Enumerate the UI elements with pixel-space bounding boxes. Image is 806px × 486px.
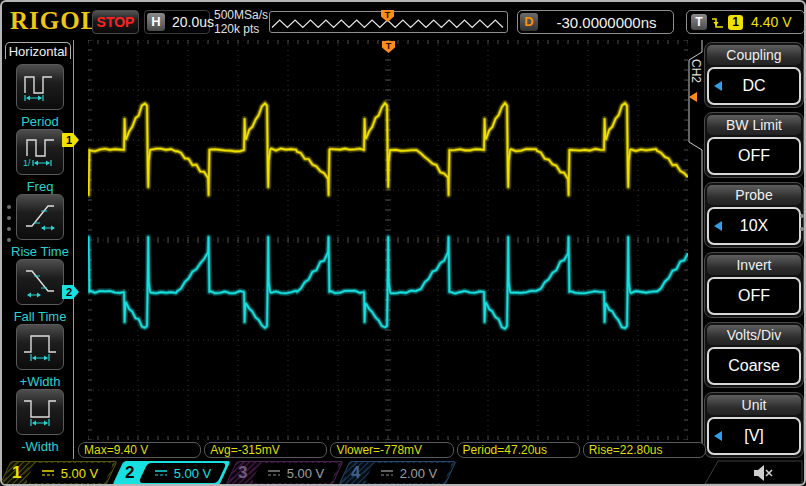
run-stop-status[interactable]: STOP: [92, 10, 139, 34]
blue-arrow-icon: [714, 221, 722, 231]
channel3-status[interactable]: 3 5.00 V: [231, 461, 338, 485]
trigger-level-value: 4.40 V: [751, 14, 791, 30]
oscilloscope-screen: RIGOL STOP H 20.0us 500MSa/s 120k pts T …: [0, 0, 806, 486]
menu-channel-tab: CH2: [689, 59, 703, 109]
waveform-display: [88, 40, 688, 440]
trigger-source-badge: 1: [728, 15, 743, 30]
measure-label-fall-time: Fall Time: [4, 309, 76, 324]
dc-coupling-icon: [267, 468, 281, 478]
menu-item-volts-div[interactable]: Volts/Div Coarse: [704, 322, 804, 388]
measurement-vlower: Vlower=-778mV: [330, 442, 453, 458]
ch2-ground-marker[interactable]: 2: [62, 285, 79, 299]
measure-label-pos-width: +Width: [4, 374, 76, 389]
measure-button-rise-time[interactable]: [16, 194, 64, 240]
measurement-max: Max=9.40 V: [78, 442, 201, 458]
measurement-results-bar: Max=9.40 V Avg=-315mV Vlower=-778mV Peri…: [78, 442, 706, 458]
menu-item-coupling[interactable]: Coupling DC: [704, 42, 804, 108]
measure-sidebar: Period 1/ Freq Rise Time: [4, 40, 74, 460]
menu-item-invert[interactable]: Invert OFF: [704, 252, 804, 318]
channel4-status[interactable]: 4 2.00 V: [344, 461, 451, 485]
measurement-period: Period=47.20us: [457, 442, 580, 458]
horizontal-timebase-block[interactable]: H 20.0us: [144, 10, 210, 34]
menu-item-unit[interactable]: Unit [V]: [704, 392, 804, 458]
menu-item-bw-limit[interactable]: BW Limit OFF: [704, 112, 804, 178]
channel-menu: Coupling DC BW Limit OFF Probe 10X Inver…: [704, 42, 804, 458]
blue-arrow-icon: [714, 431, 722, 441]
fall-time-icon: [22, 265, 58, 299]
menu-page-dots: [800, 205, 804, 240]
delay-value: -30.0000000ns: [540, 14, 673, 31]
period-icon: [22, 70, 58, 104]
h-badge: H: [147, 13, 165, 31]
svg-text:1/: 1/: [23, 158, 31, 168]
measure-button-period[interactable]: [16, 64, 64, 110]
sidebar-page-dots: [7, 198, 11, 249]
timebase-value: 20.0us: [172, 14, 214, 30]
memory-depth: 120k pts: [214, 22, 268, 36]
channel1-status[interactable]: 1 5.00 V: [5, 461, 112, 485]
measure-button-pos-width[interactable]: [16, 324, 64, 370]
delay-block[interactable]: D -30.0000000ns: [517, 10, 674, 34]
rigol-logo: RIGOL: [10, 7, 98, 35]
sound-status[interactable]: [702, 460, 804, 486]
measure-button-freq[interactable]: 1/: [16, 129, 64, 175]
rise-time-icon: [22, 200, 58, 234]
channel2-status[interactable]: 2 5.00 V: [118, 461, 225, 485]
t-badge: T: [691, 14, 707, 30]
blue-arrow-icon: [714, 81, 722, 91]
measure-label-rise-time: Rise Time: [4, 244, 76, 259]
freq-icon: 1/: [22, 135, 58, 169]
measurement-rise: Rise=22.80us: [583, 442, 706, 458]
measure-label-period: Period: [4, 114, 76, 129]
pos-width-icon: [22, 330, 58, 364]
dc-coupling-icon: [380, 468, 394, 478]
measure-button-fall-time[interactable]: [16, 259, 64, 305]
neg-width-icon: [22, 395, 58, 429]
trigger-block[interactable]: T 1 4.40 V: [686, 10, 805, 34]
ch1-ground-marker[interactable]: 1: [62, 133, 79, 147]
menu-item-probe[interactable]: Probe 10X: [704, 182, 804, 248]
acquisition-info: 500MSa/s 120k pts: [214, 8, 268, 36]
measurement-avg: Avg=-315mV: [204, 442, 327, 458]
d-badge: D: [520, 13, 538, 31]
measure-label-freq: Freq: [4, 179, 76, 194]
sample-rate: 500MSa/s: [214, 8, 268, 22]
measure-button-neg-width[interactable]: [16, 389, 64, 435]
speaker-muted-icon: [754, 465, 772, 481]
falling-edge-icon: [711, 16, 724, 29]
measure-label-neg-width: -Width: [4, 439, 76, 454]
dc-coupling-icon: [154, 468, 168, 478]
dc-coupling-icon: [41, 468, 55, 478]
